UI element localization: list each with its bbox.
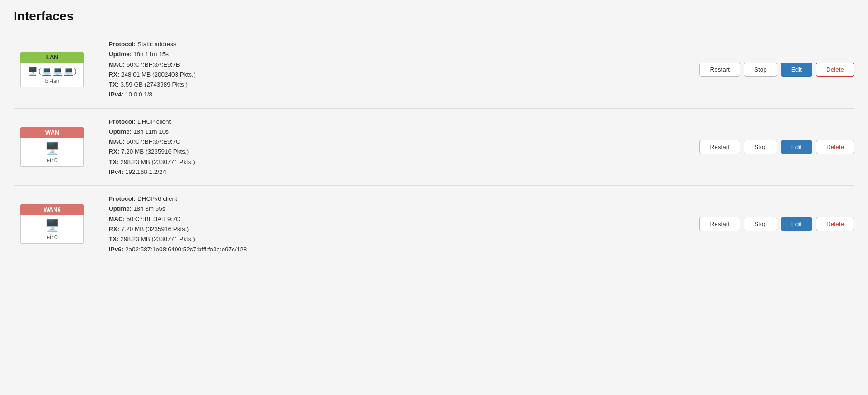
interface-name-wan6: WAN6 bbox=[20, 204, 84, 215]
wan6-icon: 🖥️ bbox=[45, 218, 59, 232]
mac-lan: MAC: 50:C7:BF:3A:E9:7B bbox=[109, 60, 681, 70]
wan-icon: 🖥️ bbox=[45, 141, 59, 155]
stop-button-wan[interactable]: Stop bbox=[744, 140, 777, 154]
edit-button-wan6[interactable]: Edit bbox=[781, 217, 812, 231]
interface-row-lan: LAN 🖥️ ( 💻 💻 💻 ) br-lan Protocol: Static… bbox=[14, 31, 854, 108]
interface-row-wan6: WAN6 🖥️ eth0 Protocol: DHCPv6 client Upt… bbox=[14, 185, 854, 263]
rx-wan6: RX: 7.20 MB (3235916 Pkts.) bbox=[109, 224, 681, 234]
ip-wan: IPv4: 192.168.1.2/24 bbox=[109, 167, 681, 177]
ip-wan6: IPv6: 2a02:587:1e08:6400:52c7:bfff:fe3a:… bbox=[109, 245, 681, 255]
interface-device-wan6: eth0 bbox=[47, 234, 57, 241]
lan-icon: 🖥️ ( 💻 💻 💻 ) bbox=[28, 66, 76, 76]
stop-button-lan[interactable]: Stop bbox=[744, 63, 777, 77]
delete-button-wan[interactable]: Delete bbox=[816, 140, 854, 154]
restart-button-wan[interactable]: Restart bbox=[699, 140, 740, 154]
interface-device-lan: br-lan bbox=[45, 78, 59, 84]
rx-wan: RX: 7.20 MB (3235916 Pkts.) bbox=[109, 147, 681, 157]
protocol-wan6: Protocol: DHCPv6 client bbox=[109, 194, 681, 204]
interface-actions-lan: Restart Stop Edit Delete bbox=[699, 63, 854, 77]
interface-icon-box-lan: 🖥️ ( 💻 💻 💻 ) br-lan bbox=[20, 63, 84, 87]
page-title: Interfaces bbox=[14, 9, 854, 24]
stop-button-wan6[interactable]: Stop bbox=[744, 217, 777, 231]
interface-icon-box-wan6: 🖥️ eth0 bbox=[20, 215, 84, 244]
restart-button-lan[interactable]: Restart bbox=[699, 63, 740, 77]
interface-name-lan: LAN bbox=[20, 52, 84, 63]
interface-card-wan: WAN 🖥️ eth0 bbox=[14, 127, 91, 167]
tx-lan: TX: 3.59 GB (2743989 Pkts.) bbox=[109, 80, 681, 90]
tx-wan6: TX: 298.23 MB (2330771 Pkts.) bbox=[109, 234, 681, 244]
ip-lan: IPv4: 10.0.0.1/8 bbox=[109, 90, 681, 100]
interface-card-lan: LAN 🖥️ ( 💻 💻 💻 ) br-lan bbox=[14, 52, 91, 87]
interface-info-wan6: Protocol: DHCPv6 client Uptime: 18h 3m 5… bbox=[109, 194, 681, 255]
interface-info-wan: Protocol: DHCP client Uptime: 18h 11m 10… bbox=[109, 117, 681, 178]
mac-wan: MAC: 50:C7:BF:3A:E9:7C bbox=[109, 137, 681, 147]
interface-info-lan: Protocol: Static address Uptime: 18h 11m… bbox=[109, 39, 681, 100]
interface-device-wan: eth0 bbox=[47, 157, 57, 164]
uptime-wan6: Uptime: 18h 3m 55s bbox=[109, 204, 681, 214]
protocol-lan: Protocol: Static address bbox=[109, 39, 681, 49]
interface-card-wan6: WAN6 🖥️ eth0 bbox=[14, 204, 91, 244]
delete-button-lan[interactable]: Delete bbox=[816, 63, 854, 77]
uptime-lan: Uptime: 18h 11m 15s bbox=[109, 49, 681, 59]
interfaces-list: LAN 🖥️ ( 💻 💻 💻 ) br-lan Protocol: Static… bbox=[14, 31, 854, 263]
mac-wan6: MAC: 50:C7:BF:3A:E9:7C bbox=[109, 214, 681, 224]
restart-button-wan6[interactable]: Restart bbox=[699, 217, 740, 231]
interface-actions-wan: Restart Stop Edit Delete bbox=[699, 140, 854, 154]
interface-row-wan: WAN 🖥️ eth0 Protocol: DHCP client Uptime… bbox=[14, 108, 854, 186]
uptime-wan: Uptime: 18h 11m 10s bbox=[109, 127, 681, 137]
interface-actions-wan6: Restart Stop Edit Delete bbox=[699, 217, 854, 231]
edit-button-lan[interactable]: Edit bbox=[781, 63, 812, 77]
edit-button-wan[interactable]: Edit bbox=[781, 140, 812, 154]
protocol-wan: Protocol: DHCP client bbox=[109, 117, 681, 127]
rx-lan: RX: 248.01 MB (2002403 Pkts.) bbox=[109, 70, 681, 80]
tx-wan: TX: 298.23 MB (2330771 Pkts.) bbox=[109, 157, 681, 167]
interface-name-wan: WAN bbox=[20, 127, 84, 138]
delete-button-wan6[interactable]: Delete bbox=[816, 217, 854, 231]
interface-icon-box-wan: 🖥️ eth0 bbox=[20, 138, 84, 167]
